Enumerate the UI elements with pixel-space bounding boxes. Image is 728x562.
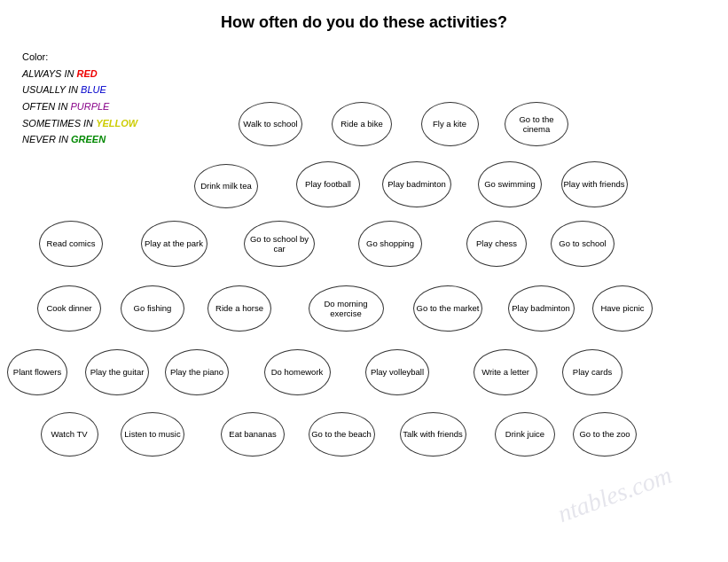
read-comics: Read comics	[39, 221, 103, 267]
drink-milk-tea: Drink milk tea	[194, 164, 258, 208]
go-fishing: Go fishing	[121, 285, 184, 332]
legend-sometimes: SOMETIMES in YELLOW	[22, 115, 137, 132]
legend-often: OFTEN IN PURPLE	[22, 98, 137, 115]
play-badminton1: Play badminton	[382, 161, 451, 207]
go-to-market: Go to the market	[413, 285, 482, 332]
plant-flowers: Plant flowers	[7, 349, 67, 395]
color-legend: Color: ALWAYS in RED USUALLY IN BLUE OFT…	[22, 49, 137, 148]
do-morning-exercise: Do morning exercise	[309, 285, 384, 332]
play-at-park: Play at the park	[141, 221, 207, 267]
legend-usually: USUALLY IN BLUE	[22, 82, 137, 98]
ride-horse: Ride a horse	[207, 285, 271, 332]
play-volleyball: Play volleyball	[365, 349, 429, 395]
go-school-by-car: Go to school by car	[244, 221, 315, 267]
go-to-cinema: Go to the cinema	[505, 102, 568, 146]
write-letter: Write a letter	[474, 349, 537, 395]
watch-tv: Watch TV	[41, 412, 98, 457]
go-to-zoo: Go to the zoo	[573, 412, 637, 457]
talk-with-friends: Talk with friends	[400, 412, 466, 457]
play-cards: Play cards	[562, 349, 622, 395]
go-shopping: Go shopping	[358, 221, 422, 267]
play-chess: Play chess	[466, 221, 527, 267]
drink-juice: Drink juice	[495, 412, 555, 457]
legend-never: NEVER in GREEN	[22, 131, 137, 148]
walk-to-school: Walk to school	[239, 102, 302, 146]
do-homework: Do homework	[264, 349, 331, 395]
watermark: ntables.com	[554, 461, 676, 528]
page-title: How often do you do these activities?	[18, 13, 710, 32]
play-badminton2: Play badminton	[508, 285, 575, 332]
go-to-school: Go to school	[551, 221, 614, 267]
have-picnic: Have picnic	[592, 285, 653, 332]
legend-always: ALWAYS in RED	[22, 66, 137, 82]
go-to-beach: Go to the beach	[309, 412, 375, 457]
play-guitar: Play the guitar	[85, 349, 149, 395]
play-football: Play football	[296, 161, 360, 207]
eat-bananas: Eat bananas	[221, 412, 285, 457]
page: How often do you do these activities? Co…	[0, 0, 728, 562]
legend-color-label: Color:	[22, 49, 137, 66]
go-swimming: Go swimming	[478, 161, 542, 207]
fly-a-kite: Fly a kite	[421, 102, 479, 146]
play-with-friends: Play with friends	[561, 161, 628, 207]
play-piano: Play the piano	[165, 349, 229, 395]
listen-music: Listen to music	[121, 412, 184, 457]
ride-a-bike: Ride a bike	[332, 102, 392, 146]
cook-dinner: Cook dinner	[37, 285, 101, 332]
